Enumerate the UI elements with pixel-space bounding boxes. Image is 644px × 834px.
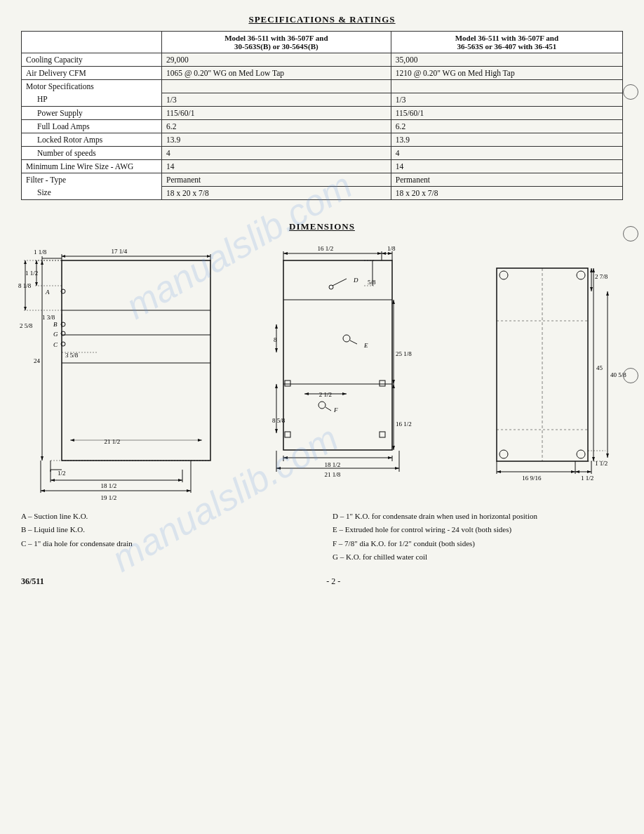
svg-marker-66	[377, 252, 382, 255]
svg-marker-101	[342, 392, 347, 395]
svg-point-131	[577, 271, 585, 279]
svg-text:3 5/8: 3 5/8	[65, 352, 79, 359]
svg-text:45: 45	[596, 364, 603, 371]
legend-g: G – K.O. for chilled water coil	[333, 551, 623, 563]
svg-point-84	[343, 335, 350, 342]
svg-marker-153	[575, 470, 579, 473]
svg-text:B: B	[53, 321, 58, 328]
svg-line-85	[350, 340, 357, 344]
legend-right: D – 1" K.O. for condensate drain when us…	[333, 510, 623, 565]
header-empty	[22, 32, 162, 53]
svg-text:1/2: 1/2	[58, 470, 66, 477]
svg-line-104	[326, 407, 331, 411]
svg-rect-73	[283, 260, 392, 450]
svg-marker-128	[590, 287, 593, 291]
legend-c: C – 1" dia hole for condensate drain	[21, 538, 311, 550]
svg-text:1/8: 1/8	[387, 245, 396, 252]
svg-point-130	[499, 271, 508, 279]
svg-text:25 1/8: 25 1/8	[396, 350, 412, 357]
legend: A – Suction line K.O. B – Liquid line K.…	[21, 510, 623, 565]
svg-text:8 1/8: 8 1/8	[18, 282, 32, 289]
svg-text:1 1/8: 1 1/8	[34, 249, 47, 256]
dimensions-title: DIMENSIONS	[21, 221, 623, 232]
svg-text:24: 24	[34, 357, 41, 364]
svg-marker-59	[41, 489, 45, 492]
svg-text:2 5/8: 2 5/8	[20, 322, 33, 329]
svg-marker-123	[395, 467, 399, 470]
svg-marker-93	[275, 348, 278, 352]
svg-marker-71	[388, 252, 392, 255]
svg-point-102	[318, 402, 326, 409]
table-row: Filter - Type Permanent Permanent	[22, 173, 623, 186]
svg-marker-70	[382, 252, 386, 255]
footer-left: 36/511	[21, 576, 44, 587]
svg-point-132	[499, 450, 508, 458]
table-row: Minimum Line Wire Size - AWG 14 14	[22, 159, 623, 173]
svg-text:18 1/2: 18 1/2	[325, 461, 341, 468]
svg-text:2 1/2: 2 1/2	[319, 391, 332, 398]
svg-marker-149	[571, 470, 575, 473]
svg-text:2 7/8: 2 7/8	[595, 273, 608, 280]
svg-text:16 1/2: 16 1/2	[318, 245, 334, 252]
svg-marker-8	[207, 255, 210, 258]
diagram-top: 2 7/8 45	[483, 244, 623, 496]
svg-text:19 1/2: 19 1/2	[101, 494, 117, 501]
svg-marker-117	[388, 456, 392, 459]
diagram-front: 1 1/8 17 1/4 1 1/2	[21, 244, 224, 496]
svg-text:D: D	[353, 277, 358, 284]
svg-rect-86	[285, 380, 290, 386]
svg-text:5/8: 5/8	[368, 279, 376, 286]
header-col2: Model 36-511 with 36-507F and 36-563S or…	[391, 32, 622, 53]
svg-marker-39	[41, 260, 43, 265]
svg-text:G: G	[53, 331, 58, 338]
diagrams-container: 1 1/8 17 1/4 1 1/2	[21, 244, 623, 496]
table-row: Motor Specifications	[22, 80, 623, 93]
svg-marker-148	[497, 470, 501, 473]
svg-text:C: C	[53, 341, 58, 348]
svg-marker-7	[62, 255, 65, 258]
table-row: Locked Rotor Amps 13.9 13.9	[22, 133, 623, 146]
svg-marker-116	[283, 456, 288, 459]
svg-text:1 1/2: 1 1/2	[595, 460, 608, 467]
svg-marker-142	[606, 291, 609, 296]
svg-line-77	[333, 279, 347, 286]
table-row: Power Supply 115/60/1 115/60/1	[22, 106, 623, 119]
svg-marker-25	[24, 307, 27, 310]
table-row: HP 1/3 1/3	[22, 93, 623, 106]
table-row: Size 18 x 20 x 7/8 18 x 20 x 7/8	[22, 186, 623, 199]
svg-marker-92	[275, 324, 278, 329]
svg-rect-88	[285, 432, 290, 437]
table-row: Air Delivery CFM 1065 @ 0.20" WG on Med …	[22, 67, 623, 80]
svg-point-133	[577, 450, 585, 458]
svg-text:21 1/2: 21 1/2	[105, 438, 121, 445]
svg-text:1 1/2: 1 1/2	[581, 475, 593, 482]
svg-marker-40	[41, 456, 43, 461]
svg-marker-111	[275, 384, 278, 388]
svg-rect-87	[380, 380, 385, 386]
footer: 36/511 - 2 -	[21, 576, 623, 587]
svg-marker-54	[178, 479, 182, 482]
diagram-side: 16 1/2 1/8 D 5/8	[276, 244, 431, 496]
legend-a: A – Suction line K.O.	[21, 510, 311, 522]
svg-marker-122	[276, 467, 281, 470]
footer-center: - 2 -	[326, 576, 340, 587]
right-decoration	[623, 84, 638, 383]
table-row: Full Load Amps 6.2 6.2	[22, 119, 623, 133]
svg-text:21 1/8: 21 1/8	[325, 471, 341, 478]
legend-e: E – Extruded hole for control wiring - 2…	[333, 524, 623, 536]
svg-marker-65	[283, 252, 288, 255]
spec-table: Model 36-511 with 36-507F and 30-563S(B)…	[21, 31, 623, 200]
svg-marker-44	[70, 439, 74, 442]
svg-marker-60	[187, 489, 191, 492]
svg-marker-100	[304, 392, 309, 395]
svg-text:18 1/2: 18 1/2	[101, 482, 117, 489]
table-row: Number of speeds 4 4	[22, 146, 623, 159]
legend-left: A – Suction line K.O. B – Liquid line K.…	[21, 510, 311, 565]
svg-text:1 1/2: 1 1/2	[25, 270, 38, 277]
svg-text:1 3/8: 1 3/8	[42, 314, 55, 321]
svg-text:17 1/4: 17 1/4	[112, 248, 128, 255]
legend-d: D – 1" K.O. for condensate drain when us…	[333, 510, 623, 522]
table-header-row: Model 36-511 with 36-507F and 30-563S(B)…	[22, 32, 623, 53]
svg-marker-154	[587, 470, 591, 473]
specs-title: SPECIFICATIONS & RATINGS	[21, 14, 623, 25]
